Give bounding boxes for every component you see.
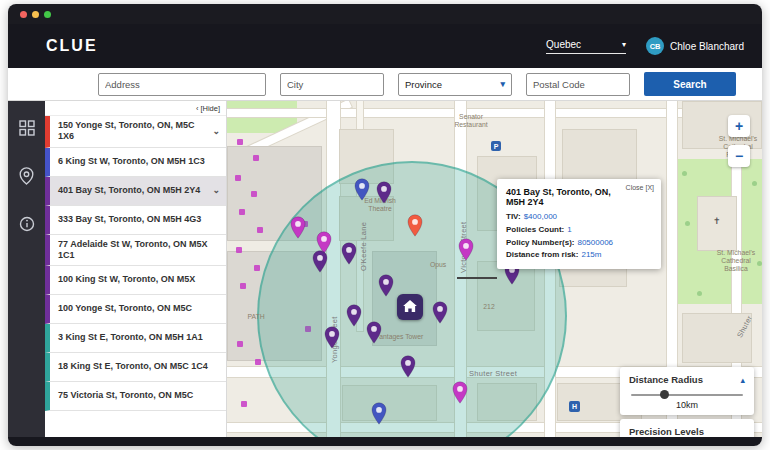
chevron-down-icon: ▾ [622,40,626,49]
precision-levels-title: Precision Levels [629,426,745,437]
shop-icon [251,191,257,197]
popup-row-label: Policies Count: [506,225,564,234]
poi-label: Senator Restaurant [449,113,493,129]
nav-dashboard-button[interactable] [16,119,38,141]
map-pin[interactable] [312,250,328,273]
tree-icon [682,171,687,176]
address-label: 150 Yonge St, Toronto, ON, M5C 1X6 [58,120,209,143]
popup-row-value: 80500006 [577,238,613,247]
address-list-item[interactable]: 75 Victoria St, Toronto, ON M5C [45,382,226,411]
house-icon [403,298,417,316]
map-pin[interactable] [371,402,387,425]
window-titlebar [8,4,762,24]
address-list-panel: ‹ [Hide] 150 Yonge St, Toronto, ON, M5C … [45,101,227,437]
address-label: 3 King St E, Toronto, ON M5H 1A1 [58,332,203,343]
chevron-down-icon: ⌄ [212,185,220,196]
region-select[interactable]: Quebec ▾ [546,39,626,54]
postal-code-input[interactable] [526,73,630,96]
chevron-down-icon: ⌄ [212,126,220,137]
address-list-item[interactable]: 3 King St E, Toronto, ON M5H 1A1 [45,324,226,353]
shop-icon [253,155,259,161]
map-pin[interactable] [400,355,416,378]
map-pin[interactable] [376,181,392,204]
parking-icon: P [491,141,501,151]
window-footer [8,437,762,446]
province-select[interactable]: Province ▾ [398,73,512,96]
map-pin[interactable] [432,301,448,324]
nav-map-button[interactable] [16,167,38,189]
address-label: 100 King St W, Toronto, ON M5X [58,274,195,285]
shop-icon [237,139,243,145]
hide-list-button[interactable]: ‹ [Hide] [196,104,220,113]
close-window-button[interactable] [20,11,27,18]
map-pin-icon [19,167,34,189]
search-button[interactable]: Search [644,72,736,96]
radius-value: 10km [629,400,745,410]
shop-icon [235,175,241,181]
map-pin[interactable] [452,381,468,404]
poi-label: St. Michael's Cathedral Basilica [711,249,761,273]
nav-rail [8,101,45,437]
avatar: CB [646,37,664,55]
radius-slider-thumb[interactable] [660,390,669,399]
region-value: Quebec [546,39,581,50]
shop-icon [236,247,242,253]
tree-icon [752,181,757,186]
street-label: Shuter Street [469,369,517,378]
poi-label: 212 [479,303,499,311]
tree-icon [697,291,702,296]
shop-icon [255,359,261,365]
cathedral-cross-icon: ✝ [713,216,721,226]
popup-row-value: $400,000 [524,212,557,221]
address-list-item[interactable]: 77 Adelaide St W, Toronto, ON M5X 1C1 [45,235,226,267]
zoom-out-button[interactable]: − [728,145,750,167]
shop-icon [239,209,245,215]
user-menu[interactable]: CB Chloe Blanchard [646,37,744,55]
tree-icon [685,221,690,226]
map-pin[interactable] [354,178,370,201]
popup-row-value: 1 [567,225,571,234]
address-input[interactable] [98,73,266,96]
nav-info-button[interactable] [16,215,38,237]
address-list: 150 Yonge St, Toronto, ON, M5C 1X6⌄6 Kin… [45,116,226,437]
zoom-in-button[interactable]: + [728,115,750,137]
address-list-item[interactable]: 401 Bay St, Toronto, ON M5H 2Y4⌄ [45,177,226,206]
risk-popup: Close [X] 401 Bay St, Toronto, ON, M5H 2… [497,179,661,269]
map-pin[interactable] [324,326,340,349]
chevron-up-icon[interactable]: ▴ [740,375,745,385]
address-list-item[interactable]: 150 Yonge St, Toronto, ON, M5C 1X6⌄ [45,116,226,148]
map-pin[interactable] [290,216,306,239]
street-label: O'Keefe Lane [359,222,368,271]
popup-row: Distance from risk:215m [506,249,652,262]
popup-row-value: 215m [581,250,601,259]
map-pin[interactable] [341,242,357,265]
popup-row-label: Distance from risk: [506,250,578,259]
map-pin[interactable] [407,214,423,237]
distance-radius-title: Distance Radius [629,374,703,385]
address-label: 77 Adelaide St W, Toronto, ON M5X 1C1 [58,239,220,262]
maximize-window-button[interactable] [44,11,51,18]
address-list-item[interactable]: 18 King St E, Toronto, ON M5C 1C4 [45,353,226,382]
home-marker[interactable] [397,294,423,320]
address-list-item[interactable]: 100 Yonge St, Toronto, ON M5C [45,295,226,324]
shop-icon [254,265,260,271]
popup-close-button[interactable]: Close [X] [626,184,654,191]
search-bar: Province ▾ Search [8,68,762,101]
app-window: CLUE Quebec ▾ CB Chloe Blanchard Provinc… [8,4,762,446]
popup-row: Policy Number(s):80500006 [506,237,652,250]
popup-row-label: Policy Number(s): [506,238,574,247]
minimize-window-button[interactable] [32,11,39,18]
address-list-item[interactable]: 100 King St W, Toronto, ON M5X [45,266,226,295]
address-list-item[interactable]: 333 Bay St, Toronto, ON M5H 4G3 [45,206,226,235]
info-icon [19,216,35,236]
map-pin[interactable] [346,304,362,327]
poi-label: PATH [241,313,271,321]
map-pin[interactable] [458,238,474,261]
city-input[interactable] [280,73,384,96]
map-pin[interactable] [378,274,394,297]
map-canvas[interactable]: ✝ P H Yonge StreetO'K [227,101,762,437]
map-pin[interactable] [366,321,382,344]
hide-label: [Hide] [200,104,220,113]
address-list-item[interactable]: 6 King St W, Toronto, ON M5H 1C3 [45,148,226,177]
radius-slider[interactable] [631,394,743,396]
